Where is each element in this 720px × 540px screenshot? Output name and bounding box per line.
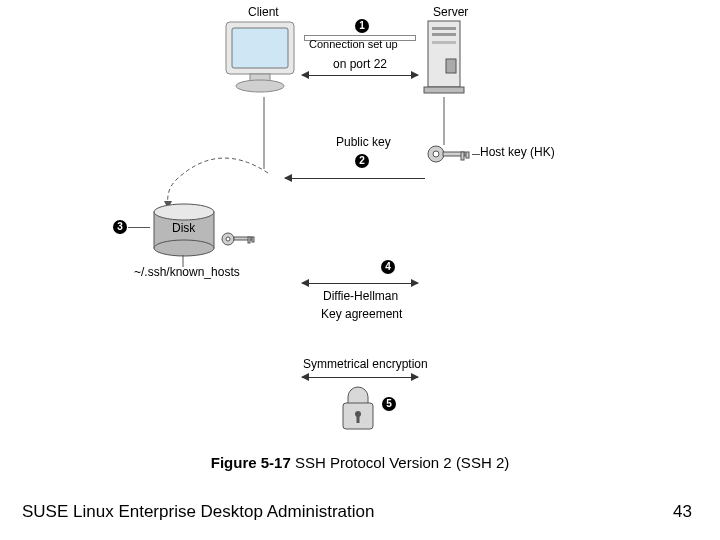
callout-2: 2	[355, 154, 369, 168]
sym-enc-label: Symmetrical encryption	[303, 357, 428, 371]
svg-rect-8	[432, 41, 456, 44]
host-key-icon	[425, 143, 473, 165]
disk-key-icon	[220, 230, 260, 248]
svg-rect-13	[461, 152, 464, 160]
callout-3: 3	[113, 220, 127, 234]
svg-point-11	[433, 151, 439, 157]
public-key-label: Public key	[336, 135, 391, 149]
svg-point-3	[236, 80, 284, 92]
callout-4: 4	[381, 260, 395, 274]
key-agree-label: Key agreement	[321, 307, 402, 321]
callout-5: 5	[382, 397, 396, 411]
callout-1: 1	[355, 19, 369, 33]
host-key-label: Host key (HK)	[480, 145, 555, 159]
known-hosts-label: ~/.ssh/known_hosts	[134, 265, 240, 279]
caption-prefix: Figure 5-17	[211, 454, 291, 471]
caption-text: SSH Protocol Version 2 (SSH 2)	[291, 454, 509, 471]
svg-rect-9	[446, 59, 456, 73]
server-key-line	[440, 97, 448, 145]
known-hosts-tick	[180, 255, 186, 267]
step1-line2: on port 22	[333, 57, 387, 71]
svg-point-22	[226, 237, 230, 241]
svg-point-19	[154, 240, 214, 256]
figure-caption: Figure 5-17 SSH Protocol Version 2 (SSH …	[0, 454, 720, 471]
svg-rect-6	[432, 27, 456, 30]
svg-rect-5	[424, 87, 464, 93]
hostkey-tick	[472, 154, 480, 155]
disk-tick	[128, 227, 150, 228]
svg-rect-25	[252, 237, 254, 242]
svg-rect-14	[466, 152, 469, 158]
diffie-label: Diffie-Hellman	[323, 289, 398, 303]
client-monitor-icon	[220, 20, 300, 98]
step1-box: Connection set up	[304, 35, 416, 41]
server-label: Server	[433, 5, 468, 19]
step1-line1: Connection set up	[309, 38, 398, 50]
padlock-icon	[338, 385, 378, 433]
page-number: 43	[673, 502, 692, 522]
step1-arrow	[302, 75, 418, 76]
step2-arrow	[285, 178, 425, 179]
step4-arrow	[302, 283, 418, 284]
svg-rect-1	[232, 28, 288, 68]
server-tower-icon	[420, 19, 470, 99]
client-label: Client	[248, 5, 279, 19]
step5-arrow	[302, 377, 418, 378]
disk-label: Disk	[172, 221, 195, 235]
ssh-protocol-diagram: Client Server 1 Connection set up on por…	[120, 5, 600, 450]
footer-left: SUSE Linux Enterprise Desktop Administra…	[22, 502, 374, 522]
svg-rect-24	[248, 237, 250, 243]
svg-rect-7	[432, 33, 456, 36]
svg-rect-29	[357, 415, 360, 423]
svg-point-20	[154, 204, 214, 220]
svg-rect-4	[428, 21, 460, 87]
